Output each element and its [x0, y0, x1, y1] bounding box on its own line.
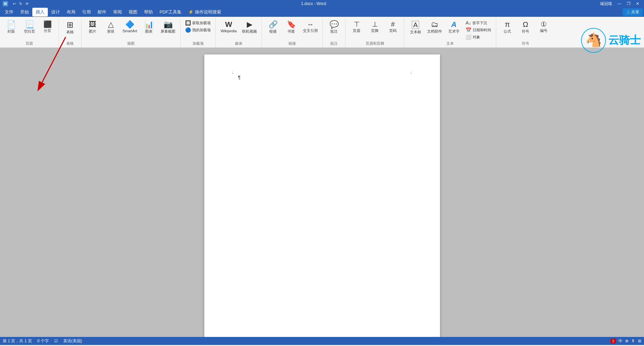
ribbon-group-links: 🔗 链接 🔖 书签 ↔ 交叉引用 链接	[262, 18, 323, 47]
microphone-icon[interactable]: 🎙	[631, 339, 635, 343]
undo-button[interactable]: ↩	[12, 1, 16, 6]
wikipedia-button[interactable]: W Wikipedia	[218, 20, 239, 34]
pages-group-content: 📄 封面 📃 空白页 ⬛ 分页	[3, 18, 56, 40]
symbols-group-label: 符号	[499, 40, 552, 47]
symbols-group-content: π 公式 Ω 符号 ① 编号	[499, 18, 552, 40]
page-number-label: 页码	[389, 28, 397, 33]
formula-label: 公式	[504, 29, 511, 34]
special-label: 编号	[540, 28, 547, 33]
menu-search[interactable]: ⚡ 操作说明搜索	[185, 8, 225, 16]
menu-file[interactable]: 文件	[1, 8, 17, 16]
break-label: 分页	[44, 28, 51, 33]
sogou-icon[interactable]: S	[611, 339, 616, 343]
textbox-button[interactable]: A 文本框	[407, 20, 424, 36]
shape-button[interactable]: △ 形状	[102, 20, 119, 35]
view-toggle[interactable]: ⊞	[638, 339, 641, 343]
footer-button[interactable]: ⊥ 页脚	[366, 20, 383, 35]
smartart-label: SmartArt	[123, 29, 137, 33]
dropcap-button[interactable]: A↓ 首字下沉	[464, 20, 493, 26]
link-button[interactable]: 🔗 链接	[265, 20, 281, 35]
media-group-content: W Wikipedia ▶ 联机视频	[218, 18, 259, 40]
cross-ref-button[interactable]: ↔ 交叉引用	[301, 20, 320, 35]
chart-button[interactable]: 📊 图表	[140, 20, 157, 35]
save-button[interactable]: ⟳	[25, 1, 29, 6]
menu-mailings[interactable]: 邮件	[94, 8, 110, 16]
illustrations-group-content: 🖼 图片 △ 形状 🔷 SmartArt 📊 图表 📷 屏幕截图	[84, 18, 177, 40]
ribbon-group-comments: 💬 批注 批注	[323, 18, 345, 47]
docparts-button[interactable]: 🗂 文档部件	[425, 20, 444, 35]
docparts-label: 文档部件	[427, 29, 442, 34]
break-icon: ⬛	[43, 21, 52, 28]
formula-button[interactable]: π 公式	[499, 20, 516, 35]
menu-view[interactable]: 视图	[125, 8, 141, 16]
share-button[interactable]: △ 共享	[623, 8, 643, 16]
status-bar-right: S 中 ⊕ 🎙 ⊞	[611, 338, 641, 344]
datetime-label: 日期和时间	[473, 28, 491, 33]
wordart-button[interactable]: A 艺术字	[445, 20, 462, 35]
maximize-button[interactable]: ❐	[625, 1, 633, 6]
smartart-button[interactable]: 🔷 SmartArt	[121, 20, 139, 34]
ribbon: 📄 封面 📃 空白页 ⬛ 分页 页面 ⊞ 表格	[0, 17, 644, 48]
screenshot-button[interactable]: 📷 屏幕截图	[159, 20, 177, 35]
menu-layout[interactable]: 布局	[63, 8, 79, 16]
language: 英语(美国)	[63, 338, 82, 344]
title-bar: W ↩ ↻ ⟳ 1.docx - Word 城冠喵 — ❐ ✕	[0, 0, 644, 7]
ime-indicator[interactable]: 中	[618, 338, 622, 344]
document-page[interactable]: └ ┘ ¶	[204, 54, 440, 337]
cover-label: 封面	[7, 29, 15, 34]
table-group-content: ⊞ 表格	[62, 18, 78, 40]
datetime-button[interactable]: 📅 日期和时间	[464, 27, 493, 33]
menu-design[interactable]: 设计	[48, 8, 63, 16]
my-addins-button[interactable]: 🔵 我的加载项	[183, 27, 213, 33]
menu-insert[interactable]: 插入	[32, 8, 48, 16]
comments-group-content: 💬 批注	[326, 18, 342, 40]
comment-label: 批注	[330, 29, 338, 34]
dropcap-label: 首字下沉	[472, 21, 487, 26]
menu-pdf[interactable]: PDF工具集	[156, 8, 185, 16]
ribbon-group-illustrations: 🖼 图片 △ 形状 🔷 SmartArt 📊 图表 📷 屏幕截图	[81, 18, 180, 47]
window-title: 1.docx - Word	[29, 1, 598, 6]
object-button[interactable]: ⬜ 对象	[464, 34, 493, 40]
online-video-button[interactable]: ▶ 联机视频	[240, 20, 259, 35]
my-addins-icon: 🔵	[185, 27, 191, 33]
status-bar: 第 1 页，共 1 页 0 个字 ☑ 英语(美国) S 中 ⊕ 🎙 ⊞	[0, 337, 644, 345]
addins-col: 🔲 获取加载项 🔵 我的加载项	[183, 20, 213, 33]
network-icon: ⊕	[625, 339, 629, 343]
menu-review[interactable]: 审阅	[110, 8, 125, 16]
document-area[interactable]: └ ┘ ¶	[0, 48, 644, 337]
page-number-icon: #	[391, 21, 395, 28]
cover-page-button[interactable]: 📄 封面	[3, 20, 20, 35]
menu-references[interactable]: 引用	[79, 8, 94, 16]
text-group-content: A 文本框 🗂 文档部件 A 艺术字 A↓ 首字下沉	[407, 18, 493, 40]
page-number-button[interactable]: # 页码	[384, 20, 401, 35]
special-icon: ①	[541, 21, 547, 28]
picture-icon: 🖼	[89, 21, 96, 28]
text-group-label: 文本	[407, 40, 493, 47]
menu-home[interactable]: 开始	[17, 8, 32, 16]
bookmark-button[interactable]: 🔖 书签	[283, 20, 300, 35]
table-button[interactable]: ⊞ 表格	[62, 20, 78, 36]
smartart-icon: 🔷	[125, 21, 134, 28]
special-button[interactable]: ① 编号	[535, 20, 552, 35]
pages-group-label: 页面	[3, 40, 56, 47]
header-button[interactable]: ⊤ 页眉	[348, 20, 365, 35]
redo-button[interactable]: ↻	[19, 1, 23, 6]
table-icon: ⊞	[67, 21, 73, 29]
datetime-icon: 📅	[466, 27, 471, 33]
picture-button[interactable]: 🖼 图片	[84, 20, 101, 35]
blank-page-button[interactable]: 📃 空白页	[21, 20, 38, 35]
comment-button[interactable]: 💬 批注	[326, 20, 342, 35]
menu-help[interactable]: 帮助	[141, 8, 156, 16]
menu-bar: 文件 开始 插入 设计 布局 引用 邮件 审阅 视图 帮助 PDF工具集 ⚡ 操…	[0, 7, 644, 17]
user-name: 城冠喵	[598, 1, 614, 7]
close-button[interactable]: ✕	[634, 1, 641, 6]
page-break-button[interactable]: ⬛ 分页	[39, 20, 56, 35]
symbol-button[interactable]: Ω 符号	[517, 20, 534, 35]
text-col: A↓ 首字下沉 📅 日期和时间 ⬜ 对象	[464, 20, 493, 40]
footer-icon: ⊥	[372, 21, 378, 28]
footer-label: 页脚	[371, 28, 378, 33]
get-addins-button[interactable]: 🔲 获取加载项	[183, 20, 213, 26]
minimize-button[interactable]: —	[615, 1, 623, 6]
textbox-icon: A	[412, 21, 419, 29]
addins-group-label: 加载项	[183, 40, 213, 47]
